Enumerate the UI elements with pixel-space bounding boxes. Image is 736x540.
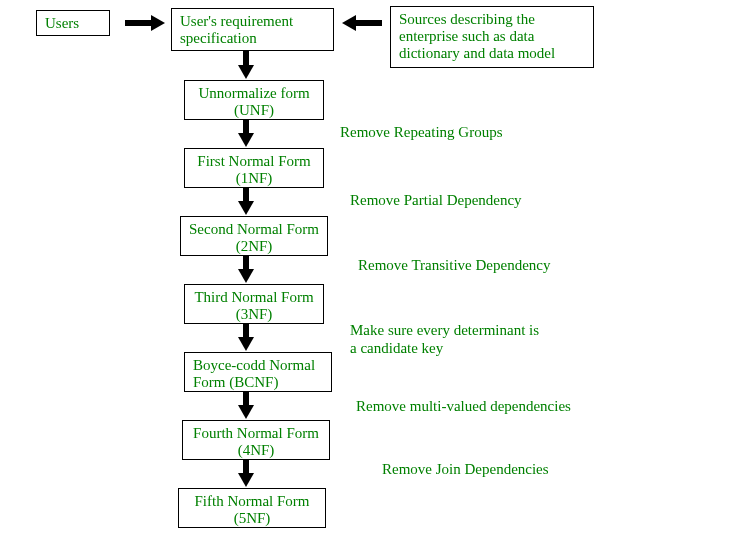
transition-4b: a candidate key: [350, 340, 443, 357]
nf3-l1: Third Normal Form: [194, 289, 313, 305]
nf5-l1: Fifth Normal Form: [195, 493, 310, 509]
nf1-l1: First Normal Form: [197, 153, 310, 169]
nf2-l2: (2NF): [236, 238, 273, 254]
arrow-line: [356, 20, 382, 26]
arrow-line: [243, 256, 249, 270]
nf3-box: Third Normal Form (3NF): [184, 284, 324, 324]
nf4-l1: Fourth Normal Form: [193, 425, 319, 441]
arrow-line: [243, 51, 249, 65]
arrow-head-down-icon: [238, 133, 254, 147]
arrow-head-down-icon: [238, 201, 254, 215]
transition-1: Remove Repeating Groups: [340, 124, 502, 141]
arrow-line: [243, 324, 249, 338]
arrow-head-down-icon: [238, 405, 254, 419]
bcnf-box: Boyce-codd Normal Form (BCNF): [184, 352, 332, 392]
nf2-box: Second Normal Form (2NF): [180, 216, 328, 256]
nf1-box: First Normal Form (1NF): [184, 148, 324, 188]
arrow-head-down-icon: [238, 473, 254, 487]
arrow-line: [243, 120, 249, 134]
transition-5: Remove multi-valued dependencies: [356, 398, 571, 415]
nf5-box: Fifth Normal Form (5NF): [178, 488, 326, 528]
nf4-box: Fourth Normal Form (4NF): [182, 420, 330, 460]
bcnf-l2: Form (BCNF): [193, 374, 278, 390]
sources-box: Sources describing the enterprise such a…: [390, 6, 594, 68]
arrow-head-left-icon: [342, 15, 356, 31]
nf5-l2: (5NF): [234, 510, 271, 526]
unf-box: Unnormalize form (UNF): [184, 80, 324, 120]
arrow-head-right-icon: [151, 15, 165, 31]
users-text: Users: [45, 15, 79, 31]
transition-3: Remove Transitive Dependency: [358, 257, 550, 274]
arrow-line: [243, 460, 249, 474]
arrow-head-down-icon: [238, 65, 254, 79]
sources-text: Sources describing the enterprise such a…: [399, 11, 555, 61]
users-box: Users: [36, 10, 110, 36]
transition-6: Remove Join Dependencies: [382, 461, 549, 478]
nf2-l1: Second Normal Form: [189, 221, 319, 237]
spec-box: User's requirement specification: [171, 8, 334, 51]
arrow-head-down-icon: [238, 269, 254, 283]
arrow-head-down-icon: [238, 337, 254, 351]
arrow-line: [125, 20, 151, 26]
arrow-line: [243, 188, 249, 202]
arrow-line: [243, 392, 249, 406]
transition-2: Remove Partial Dependency: [350, 192, 522, 209]
nf3-l2: (3NF): [236, 306, 273, 322]
bcnf-l1: Boyce-codd Normal: [193, 357, 315, 373]
transition-4a: Make sure every determinant is: [350, 322, 539, 339]
unf-l2: (UNF): [234, 102, 274, 118]
spec-text: User's requirement specification: [180, 13, 293, 46]
nf1-l2: (1NF): [236, 170, 273, 186]
nf4-l2: (4NF): [238, 442, 275, 458]
unf-l1: Unnormalize form: [198, 85, 309, 101]
